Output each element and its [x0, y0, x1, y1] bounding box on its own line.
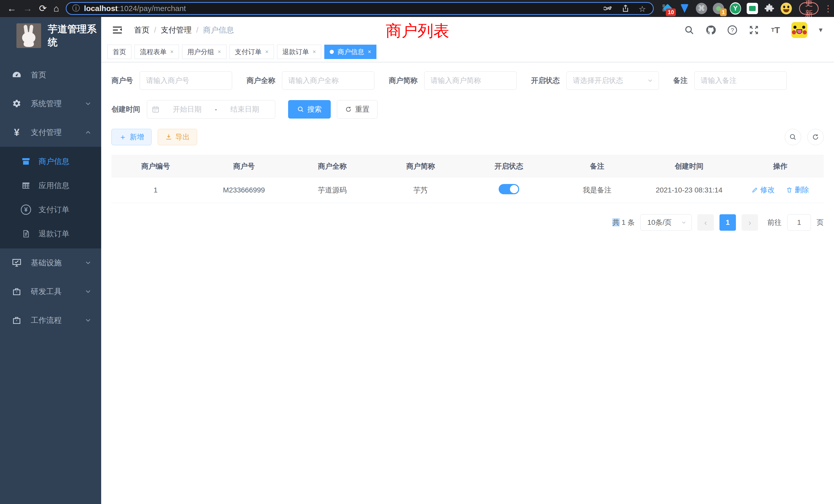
cell-merchant-no: M233666999 [200, 177, 288, 203]
extensions-puzzle-icon[interactable] [764, 3, 775, 14]
table-header-row: 商户编号 商户号 商户全称 商户简称 开启状态 备注 创建时间 操作 [111, 155, 824, 177]
export-button[interactable]: 导出 [158, 129, 197, 145]
address-bar[interactable]: ⓘ localhost:1024/pay/merchant ☆ [66, 2, 654, 15]
tab-process-form[interactable]: 流程表单× [135, 45, 179, 59]
app-title: 芋道管理系统 [48, 23, 101, 49]
search-button[interactable]: 搜索 [288, 100, 331, 118]
logo-image [17, 23, 41, 48]
sidebar-item-home[interactable]: 首页 [0, 61, 101, 89]
delete-button[interactable]: 删除 [786, 185, 809, 195]
site-info-icon[interactable]: ⓘ [72, 3, 80, 14]
tab-home[interactable]: 首页 [107, 45, 131, 59]
sidebar-item-infrastructure[interactable]: 基础设施 [0, 248, 101, 277]
show-search-toggle-button[interactable] [785, 129, 801, 145]
close-icon[interactable]: × [218, 48, 221, 55]
full-name-input[interactable] [282, 71, 374, 90]
bookmark-star-icon[interactable]: ☆ [639, 4, 647, 13]
filter-label-status: 开启状态 [531, 76, 560, 86]
close-icon[interactable]: × [368, 48, 371, 55]
emoji-avatar[interactable] [781, 3, 792, 14]
extension-y-icon[interactable]: Y [730, 3, 741, 14]
col-status: 开启状态 [465, 155, 553, 177]
close-icon[interactable]: × [313, 48, 316, 55]
reload-icon[interactable]: ⟳ [39, 4, 47, 13]
create-time-range-picker[interactable]: 开始日期 - 结束日期 [147, 100, 275, 118]
col-remark: 备注 [553, 155, 641, 177]
reset-button[interactable]: 重置 [337, 100, 377, 118]
sidebar-item-payment[interactable]: ¥ 支付管理 [0, 118, 101, 147]
sidebar-item-workflow[interactable]: 工作流程 [0, 306, 101, 335]
fullscreen-icon[interactable] [748, 24, 760, 36]
close-icon[interactable]: × [170, 48, 174, 55]
breadcrumb-payment[interactable]: 支付管理 [161, 25, 192, 36]
goto-page-input[interactable] [787, 214, 811, 231]
extension-chat-icon[interactable] [747, 3, 758, 14]
search-icon[interactable] [683, 24, 695, 36]
filter-label-short-name: 商户简称 [389, 76, 418, 86]
short-name-input[interactable] [424, 71, 517, 90]
sidebar-item-system[interactable]: 系统管理 [0, 89, 101, 118]
github-icon[interactable] [705, 24, 717, 36]
share-icon[interactable] [621, 4, 630, 13]
merchant-no-input[interactable] [140, 71, 232, 90]
tab-pay-order[interactable]: 支付订单× [229, 45, 274, 59]
tab-user-group[interactable]: 用户分组× [182, 45, 226, 59]
table-grid-icon [20, 180, 32, 191]
sidebar-item-app-info[interactable]: 应用信息 [0, 174, 101, 198]
next-page-button[interactable]: › [742, 214, 758, 231]
tab-refund-order[interactable]: 退款订单× [277, 45, 322, 59]
table-row: 1 M233666999 芋道源码 芋艿 我是备注 2021-10-23 08:… [111, 177, 824, 203]
extension-recorder-icon[interactable]: 1 [713, 3, 724, 14]
user-avatar[interactable] [791, 22, 807, 38]
forward-icon[interactable]: → [23, 4, 32, 13]
gear-icon [10, 98, 23, 109]
font-size-icon[interactable]: TT [770, 24, 781, 36]
edit-button[interactable]: 修改 [751, 185, 775, 195]
shop-icon [20, 156, 32, 167]
tags-view-bar: 首页 流程表单× 用户分组× 支付订单× 退款订单× 商户信息× [101, 43, 834, 62]
red-annotation: 商户列表 [386, 20, 449, 42]
extension-command-icon[interactable]: ⌘ [696, 3, 707, 14]
page-size-select[interactable]: 10条/页 [640, 214, 692, 231]
browser-chrome: ← → ⟳ ⌂ ⓘ localhost:1024/pay/merchant ☆ … [0, 0, 834, 17]
password-key-icon[interactable] [604, 4, 612, 13]
end-date-placeholder[interactable]: 结束日期 [219, 105, 270, 114]
remark-input[interactable] [694, 71, 787, 90]
browser-menu-icon[interactable]: ⋮ [822, 3, 834, 14]
calendar-icon [152, 106, 159, 113]
sidebar-item-pay-order[interactable]: ¥ 支付订单 [0, 198, 101, 222]
app-logo[interactable]: 芋道管理系统 [0, 17, 101, 54]
caret-down-icon[interactable]: ▼ [817, 26, 824, 33]
tab-merchant-info[interactable]: 商户信息× [324, 45, 376, 59]
col-full-name: 商户全称 [288, 155, 376, 177]
filter-label-full-name: 商户全称 [246, 76, 275, 86]
start-date-placeholder[interactable]: 开始日期 [161, 105, 213, 114]
sidebar-item-merchant-info[interactable]: 商户信息 [0, 150, 101, 174]
page-1-button[interactable]: 1 [720, 214, 736, 231]
close-icon[interactable]: × [265, 48, 269, 55]
sidebar-item-refund-order[interactable]: 退款订单 [0, 222, 101, 246]
prev-page-button[interactable]: ‹ [697, 214, 714, 231]
col-create-time: 创建时间 [641, 155, 737, 177]
status-select[interactable]: 请选择开启状态 [567, 71, 659, 90]
status-toggle-on[interactable] [499, 184, 519, 194]
sidebar-item-dev-tools[interactable]: 研发工具 [0, 277, 101, 306]
extension-gem-icon[interactable] [679, 3, 690, 14]
url-path: :1024/pay/merchant [118, 4, 186, 13]
document-icon [20, 228, 32, 239]
home-icon[interactable]: ⌂ [53, 4, 59, 13]
collapse-sidebar-icon[interactable] [111, 24, 123, 36]
merchant-table: 商户编号 商户号 商户全称 商户简称 开启状态 备注 创建时间 操作 1 M23… [111, 155, 824, 203]
sidebar-menu: 首页 系统管理 ¥ 支付管理 [0, 61, 101, 335]
refresh-table-button[interactable] [807, 129, 824, 145]
breadcrumb-home[interactable]: 首页 [134, 25, 150, 36]
add-button[interactable]: ＋ 新增 [111, 129, 152, 145]
briefcase-icon [10, 315, 23, 326]
plus-icon: ＋ [119, 132, 127, 142]
url-text[interactable]: localhost:1024/pay/merchant [84, 4, 599, 13]
back-icon[interactable]: ← [7, 4, 17, 13]
browser-update-button[interactable]: 更新 [799, 2, 818, 15]
help-icon[interactable]: ? [727, 24, 738, 36]
extension-diamond-icon[interactable]: 10 [662, 3, 673, 14]
page-unit: 页 [816, 217, 824, 227]
